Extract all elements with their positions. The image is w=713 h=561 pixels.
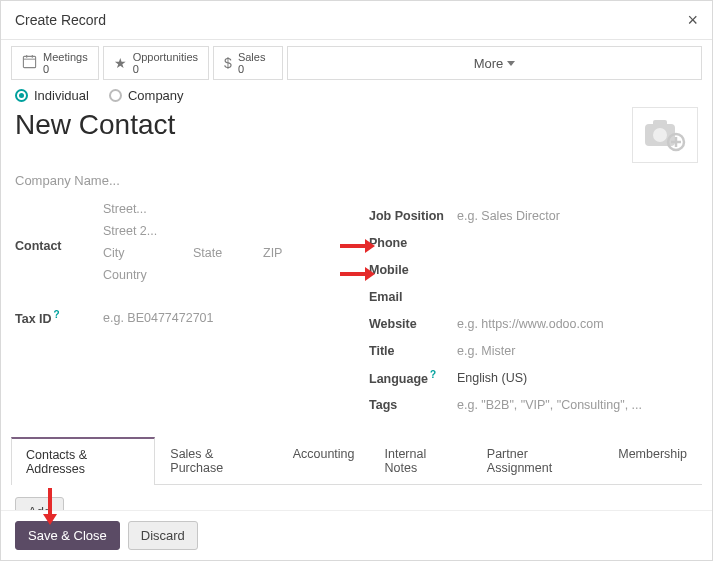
contact-name-input[interactable]: New Contact	[15, 109, 175, 141]
stat-buttons: Meetings 0 ★ Opportunities 0 $ Sales 0 M…	[1, 40, 712, 80]
discard-button[interactable]: Discard	[128, 521, 198, 550]
taxid-label: Tax ID?	[15, 309, 103, 326]
camera-plus-icon	[644, 118, 686, 152]
calendar-icon	[22, 54, 37, 72]
sales-button[interactable]: $ Sales 0	[213, 46, 283, 80]
street2-input[interactable]: Street 2...	[103, 224, 157, 246]
city-input[interactable]: City	[103, 246, 173, 268]
language-label: Language?	[369, 369, 457, 386]
title-input[interactable]: e.g. Mister	[457, 344, 698, 358]
job-label: Job Position	[369, 209, 457, 223]
modal-header: Create Record ×	[1, 1, 712, 40]
help-icon[interactable]: ?	[54, 309, 60, 320]
help-icon[interactable]: ?	[430, 369, 436, 380]
contact-label: Contact	[15, 239, 103, 253]
dollar-icon: $	[224, 55, 232, 71]
tab-partner-assignment[interactable]: Partner Assignment	[472, 437, 603, 485]
tab-accounting[interactable]: Accounting	[278, 437, 370, 485]
radio-company[interactable]: Company	[109, 88, 184, 103]
job-input[interactable]: e.g. Sales Director	[457, 209, 698, 223]
zip-input[interactable]: ZIP	[263, 246, 282, 268]
country-input[interactable]: Country	[103, 268, 147, 290]
state-input[interactable]: State	[193, 246, 243, 268]
tab-sales-purchase[interactable]: Sales & Purchase	[155, 437, 277, 485]
tags-label: Tags	[369, 398, 457, 412]
modal-title: Create Record	[15, 12, 106, 28]
street-input[interactable]: Street...	[103, 202, 147, 224]
phone-label: Phone	[369, 236, 457, 250]
tab-bar: Contacts & Addresses Sales & Purchase Ac…	[11, 436, 702, 485]
tab-membership[interactable]: Membership	[603, 437, 702, 485]
svg-rect-0	[23, 56, 35, 67]
tab-contacts-addresses[interactable]: Contacts & Addresses	[11, 437, 155, 485]
language-select[interactable]: English (US)	[457, 371, 698, 385]
taxid-input[interactable]: e.g. BE0477472701	[103, 311, 345, 325]
website-label: Website	[369, 317, 457, 331]
modal-footer: Save & Close Discard	[1, 510, 712, 560]
svg-rect-5	[653, 120, 667, 126]
avatar-upload[interactable]	[632, 107, 698, 163]
close-icon[interactable]: ×	[687, 11, 698, 29]
tags-input[interactable]: e.g. "B2B", "VIP", "Consulting", ...	[457, 398, 698, 412]
radio-individual[interactable]: Individual	[15, 88, 89, 103]
contact-type-radio: Individual Company	[15, 88, 698, 103]
svg-point-6	[653, 128, 667, 142]
star-icon: ★	[114, 55, 127, 71]
website-input[interactable]: e.g. https://www.odoo.com	[457, 317, 698, 331]
title-label: Title	[369, 344, 457, 358]
company-name-input[interactable]: Company Name...	[15, 173, 698, 188]
opportunities-button[interactable]: ★ Opportunities 0	[103, 46, 209, 80]
save-close-button[interactable]: Save & Close	[15, 521, 120, 550]
chevron-down-icon	[507, 61, 515, 66]
email-label: Email	[369, 290, 457, 304]
meetings-button[interactable]: Meetings 0	[11, 46, 99, 80]
mobile-label: Mobile	[369, 263, 457, 277]
tab-internal-notes[interactable]: Internal Notes	[370, 437, 472, 485]
more-button[interactable]: More	[287, 46, 702, 80]
